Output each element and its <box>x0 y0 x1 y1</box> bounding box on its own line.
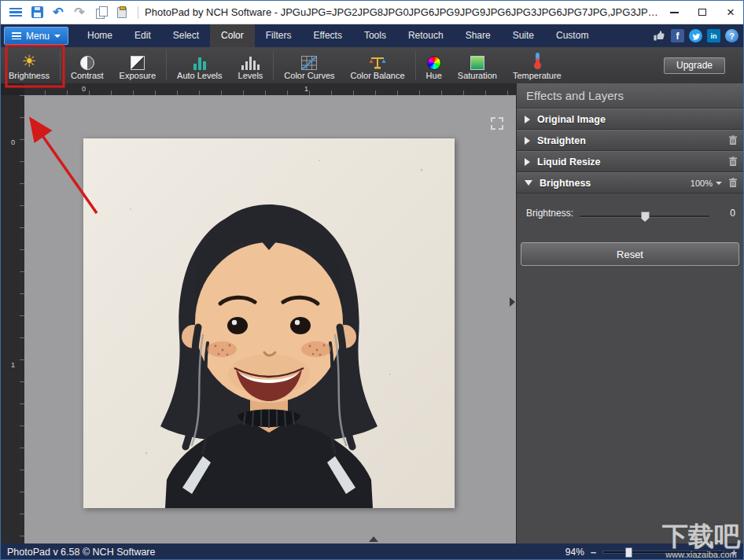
delete-layer-icon[interactable] <box>728 157 738 167</box>
zoom-slider-handle[interactable] <box>625 547 632 558</box>
delete-layer-icon[interactable] <box>728 178 738 188</box>
panel-collapse-arrow-icon[interactable] <box>510 297 515 307</box>
horizontal-ruler: 0 1 <box>1 83 516 95</box>
tool-label: Color Curves <box>284 71 334 80</box>
twitter-icon[interactable] <box>689 29 702 42</box>
brightness-slider-handle[interactable] <box>641 212 650 222</box>
vertical-ruler: 0 1 <box>1 95 24 543</box>
paste-icon[interactable] <box>115 5 129 20</box>
app-version-text: PhotoPad v 6.58 © NCH Software <box>1 547 155 558</box>
layer-label: Brightness <box>540 178 591 189</box>
tab-custom[interactable]: Custom <box>545 24 599 47</box>
tool-label: Exposure <box>120 71 156 80</box>
menu-button[interactable]: Menu <box>4 27 68 45</box>
chevron-down-icon <box>716 182 722 185</box>
menubar: Menu Home Edit Select Color Filters Effe… <box>1 24 744 47</box>
tab-edit[interactable]: Edit <box>123 24 162 47</box>
undo-icon[interactable] <box>51 5 65 20</box>
brightness-sun-icon <box>22 51 37 70</box>
ruler-tick-label: 0 <box>11 138 15 146</box>
maximize-button[interactable] <box>688 1 716 24</box>
tool-exposure[interactable]: Exposure <box>112 48 164 83</box>
tool-auto-levels[interactable]: Auto Levels <box>169 48 230 83</box>
exposure-icon <box>131 51 145 70</box>
tool-saturation[interactable]: Saturation <box>450 48 505 83</box>
color-toolbar: Brightness Contrast Exposure Auto Levels… <box>1 47 744 83</box>
reset-button[interactable]: Reset <box>521 242 739 266</box>
tab-select[interactable]: Select <box>162 24 210 47</box>
zoom-in-icon[interactable] <box>731 545 737 559</box>
tool-brightness[interactable]: Brightness <box>1 48 57 83</box>
delete-layer-icon[interactable] <box>728 135 738 146</box>
toolbar-separator <box>273 50 274 80</box>
saturation-icon <box>470 51 484 70</box>
copy-icon[interactable] <box>94 5 108 20</box>
zoom-controls: 94% <box>565 545 744 559</box>
statusbar: PhotoPad v 6.58 © NCH Software 94% <box>1 543 744 560</box>
layer-original-image[interactable]: Original Image <box>517 109 744 130</box>
tool-contrast[interactable]: Contrast <box>63 48 112 83</box>
zoom-slider[interactable] <box>602 551 724 554</box>
toolbar-separator <box>166 50 167 80</box>
brightness-slider-label: Brightness: <box>526 208 573 219</box>
tab-share[interactable]: Share <box>455 24 502 47</box>
workspace: 0 1 0 1 <box>1 83 516 543</box>
tab-tools[interactable]: Tools <box>353 24 397 47</box>
expand-arrow-icon[interactable] <box>525 137 530 145</box>
maximize-icon <box>698 9 706 16</box>
brightness-slider[interactable] <box>580 216 709 218</box>
layer-straighten[interactable]: Straighten <box>517 130 744 151</box>
tab-retouch[interactable]: Retouch <box>397 24 455 47</box>
tool-label: Saturation <box>458 71 497 80</box>
tool-label: Hue <box>426 71 442 80</box>
tab-home[interactable]: Home <box>76 24 123 47</box>
chevron-down-icon <box>54 35 61 38</box>
color-curves-icon <box>301 51 317 70</box>
app-menu-icon[interactable] <box>9 5 23 20</box>
minimize-button[interactable] <box>660 1 688 24</box>
toolbar-separator <box>60 50 61 80</box>
canvas-area[interactable] <box>24 95 516 543</box>
facebook-icon[interactable] <box>671 29 684 42</box>
tool-label: Auto Levels <box>177 71 222 80</box>
tool-color-curves[interactable]: Color Curves <box>276 48 342 83</box>
auto-levels-icon <box>193 51 206 70</box>
titlebar: PhotoPad by NCH Software - JPGuJPG=JPG2J… <box>1 1 744 24</box>
scroll-up-arrow-icon[interactable] <box>369 536 378 542</box>
help-icon[interactable] <box>725 29 738 42</box>
layer-brightness[interactable]: Brightness 100% <box>517 172 744 193</box>
color-balance-scales-icon <box>369 51 386 70</box>
floppy-disk-icon <box>31 6 43 18</box>
ruler-corner <box>1 83 24 95</box>
layer-liquid-resize[interactable]: Liquid Resize <box>517 151 744 172</box>
tab-suite[interactable]: Suite <box>502 24 545 47</box>
tool-hue[interactable]: Hue <box>418 48 450 83</box>
tab-color[interactable]: Color <box>210 24 255 47</box>
ruler-tick-label: 1 <box>11 361 15 369</box>
redo-icon[interactable] <box>72 5 87 20</box>
tool-levels[interactable]: Levels <box>230 48 271 83</box>
linkedin-icon[interactable] <box>707 29 720 42</box>
tab-effects[interactable]: Effects <box>302 24 352 47</box>
fullscreen-icon[interactable] <box>489 116 505 131</box>
layer-opacity-dropdown[interactable]: 100% <box>691 179 722 188</box>
save-icon[interactable] <box>30 5 44 20</box>
collapse-arrow-icon[interactable] <box>525 180 532 186</box>
hamburger-icon <box>9 8 22 17</box>
layer-label: Liquid Resize <box>537 157 601 168</box>
zoom-out-icon[interactable] <box>591 545 597 559</box>
levels-histogram-icon <box>241 51 260 70</box>
tab-filters[interactable]: Filters <box>255 24 303 47</box>
tool-label: Color Balance <box>351 71 405 80</box>
expand-arrow-icon[interactable] <box>525 158 530 166</box>
upgrade-button[interactable]: Upgrade <box>664 57 725 74</box>
like-icon[interactable] <box>653 29 666 42</box>
minimize-icon <box>670 12 679 13</box>
close-button[interactable] <box>716 1 744 24</box>
social-links <box>653 29 744 42</box>
tool-label: Contrast <box>71 71 104 80</box>
expand-arrow-icon[interactable] <box>525 116 530 123</box>
tool-color-balance[interactable]: Color Balance <box>343 48 413 83</box>
layer-label: Original Image <box>537 114 606 125</box>
tool-temperature[interactable]: Temperature <box>505 48 569 83</box>
